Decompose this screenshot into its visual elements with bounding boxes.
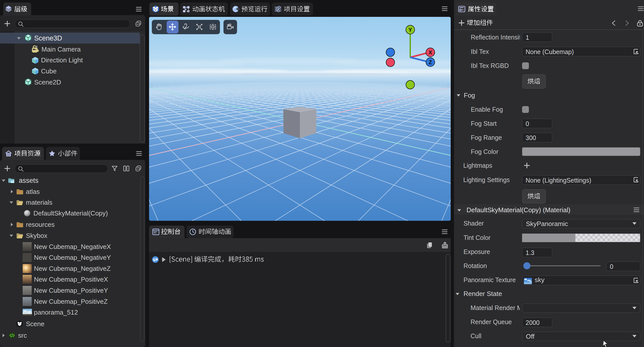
svg-text:X: X [429,49,432,56]
svg-text:Y: Y [408,27,412,33]
svg-text:Z: Z [429,59,432,65]
